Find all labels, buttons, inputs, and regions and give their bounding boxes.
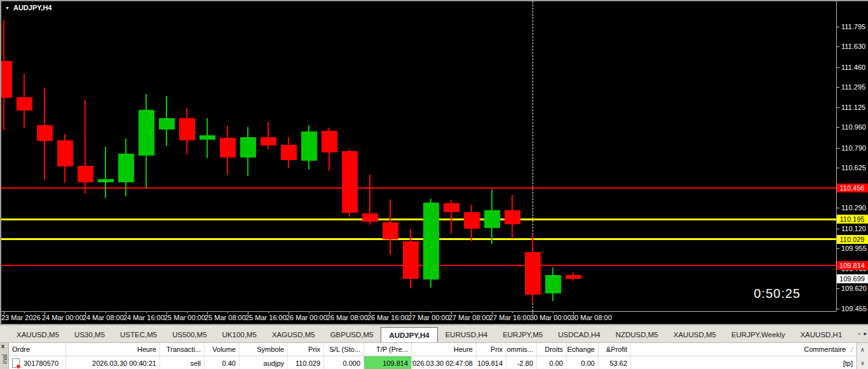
chart-tab-xauusd-m5[interactable]: XAUUSD,M5 (666, 326, 724, 342)
column-header-ordre[interactable]: Ordre (9, 343, 66, 356)
column-header-commentaire[interactable]: Commentaire/ (631, 343, 857, 356)
time-minor-tick (553, 312, 553, 313)
price-line-label: 109.814 (836, 261, 868, 270)
price-line-label: 110.456 (836, 184, 868, 192)
candle-body (17, 97, 32, 111)
time-tick-label: 24 Mar 00:00 (42, 314, 83, 321)
mt4-window: ▼ AUDJPY,H4 0:50:25 111.795111.630111.46… (0, 0, 868, 369)
scroll-up-icon[interactable]: ∧ (857, 343, 868, 356)
candle-body (57, 140, 73, 166)
price-tick-label: 111.125 (841, 104, 865, 111)
order-cell-value: 2026.03.30 00:40:21 (92, 359, 156, 367)
window-border-top (0, 0, 868, 1)
column-header--profit[interactable]: &Profit (599, 343, 631, 356)
time-minor-tick (24, 312, 25, 313)
price-tick-label: 111.795 (841, 23, 865, 30)
sort-indicator: / (851, 346, 853, 353)
time-tick-label: 26 Mar 16:00 (367, 314, 409, 321)
time-axis-separator (0, 311, 836, 312)
order-cell-value: audjpy (264, 359, 284, 367)
order-cell-droits: 0.00 (537, 356, 567, 369)
candle-body (342, 151, 358, 213)
chart-tab-xauusd-m5[interactable]: XAUUSD,M5 (9, 326, 67, 342)
time-axis[interactable]: 23 Mar 202624 Mar 00:0024 Mar 08:0024 Ma… (0, 311, 836, 324)
price-tick-label: 111.295 (841, 83, 865, 91)
chart-tab-ustec-m5[interactable]: USTEC,M5 (112, 326, 165, 342)
candle-body (179, 118, 195, 140)
candle-body (139, 110, 154, 156)
candle-wick (105, 147, 106, 198)
order-cell-ordre: 301780570 (9, 356, 66, 369)
column-header-transacti-[interactable]: Transacti... (160, 343, 205, 356)
chart-tab-eurjpy-weekly[interactable]: EURJPY,Weekly (724, 326, 793, 342)
order-cell-echange: 0.00 (567, 356, 599, 369)
chart-tab-us500-m5[interactable]: US500,M5 (165, 326, 214, 342)
column-header-echange[interactable]: Echange (567, 343, 599, 356)
column-header-heure[interactable]: Heure (66, 343, 160, 356)
price-tick (837, 208, 839, 208)
column-header-heure[interactable]: Heure (412, 343, 477, 356)
tab-scroll-left-icon[interactable]: ◂ (857, 330, 860, 337)
time-minor-tick (431, 312, 431, 313)
time-minor-tick (390, 312, 391, 313)
chart-tab-us30-m5[interactable]: US30,M5 (67, 326, 112, 342)
chart-tab-eurjpy-m5[interactable]: EURJPY,M5 (495, 326, 550, 342)
time-tick-label: 25 Mar 16:00 (245, 314, 287, 321)
tab-scroll-right-icon[interactable]: ▸ (864, 330, 867, 337)
order-cell-volume: 0.40 (205, 356, 240, 369)
time-minor-tick (105, 312, 106, 313)
chart-tab-xagusd-m5[interactable]: XAGUSD,M5 (264, 326, 323, 342)
horizontal-price-line[interactable] (0, 238, 836, 240)
chart-tab-bar: XAUUSD,M5US30,M5USTEC,M5US500,M5UK100,M5… (0, 324, 868, 342)
chart-tab-uk100-m5[interactable]: UK100,M5 (215, 326, 264, 342)
time-tick-label: 27 Mar 00:00 (408, 314, 449, 321)
time-tick-label: 26 Mar 08:00 (327, 314, 368, 321)
candle-body (403, 241, 419, 279)
price-tick (837, 67, 839, 68)
price-tick (837, 87, 839, 88)
order-cell-value: 2026.03.30 02:47:08 (412, 359, 473, 367)
time-tick-label: 27 Mar 16:00 (489, 314, 531, 321)
close-icon[interactable]: x (1, 343, 4, 349)
column-header-volume[interactable]: Volume (205, 343, 240, 356)
horizontal-price-line[interactable] (0, 218, 836, 220)
price-tick-label: 110.120 (841, 225, 866, 232)
candle-body (200, 135, 215, 140)
chevron-down-icon: ▼ (5, 6, 10, 10)
order-cell-value: 110.029 (295, 359, 320, 367)
order-row[interactable]: 3017805702026.03.30 00:40:21sell0.40audj… (9, 356, 857, 369)
price-axis[interactable]: 111.795111.630111.460111.295111.125110.9… (836, 0, 868, 324)
chart-tab-eurusd-h4[interactable]: EURUSD,H4 (438, 326, 495, 342)
column-header-t-p-pre-[interactable]: T/P (Pre... (364, 343, 412, 356)
time-tick-label: 25 Mar 00:00 (164, 314, 205, 321)
symbol-timeframe-text: AUDJPY,H4 (13, 4, 52, 11)
column-header-commis-[interactable]: Commis... (506, 343, 537, 356)
candle-body (484, 210, 500, 228)
candle-body (525, 252, 541, 295)
time-tick-label: 24 Mar 08:00 (83, 314, 124, 321)
column-header-symbole[interactable]: Symbole (240, 343, 288, 356)
orders-table: OrdreHeureTransacti...VolumeSymbolePrixS… (9, 343, 857, 369)
price-tick (837, 27, 839, 27)
column-header-prix[interactable]: Prix (477, 343, 506, 356)
chart-tab-nzdusd-m5[interactable]: NZDUSD,M5 (608, 326, 666, 342)
candle-body (322, 131, 337, 152)
chart-tab-audjpy-h4[interactable]: AUDJPY,H4 (381, 327, 437, 342)
chart-area[interactable]: ▼ AUDJPY,H4 0:50:25 (0, 0, 836, 311)
column-header-prix[interactable]: Prix (288, 343, 324, 356)
terminal-side-strip: x inal (0, 343, 9, 369)
chart-tab-xauusd-h1[interactable]: XAUUSD,H1 (792, 326, 850, 342)
order-cell--profit: 53.62 (599, 356, 631, 369)
chart-tab-usdcad-h4[interactable]: USDCAD,H4 (550, 326, 607, 342)
candle-body (281, 145, 297, 160)
column-header-s-l-sto-[interactable]: S/L (Sto... (324, 343, 364, 356)
terminal-panel-label: inal (1, 351, 8, 368)
chart-tab-xauusd-[interactable]: XAUUSD,\ (850, 326, 854, 342)
chart-tab-gbpusd-m5[interactable]: GBPUSD,M5 (323, 326, 381, 342)
candle-body (362, 213, 378, 222)
scroll-down-icon[interactable]: ∨ (857, 356, 868, 369)
column-header-droits[interactable]: Droits (537, 343, 567, 356)
candle-body (301, 131, 317, 161)
terminal-panel: x inal OrdreHeureTransacti...VolumeSymbo… (0, 342, 868, 369)
chart-symbol-label[interactable]: ▼ AUDJPY,H4 (5, 4, 51, 11)
